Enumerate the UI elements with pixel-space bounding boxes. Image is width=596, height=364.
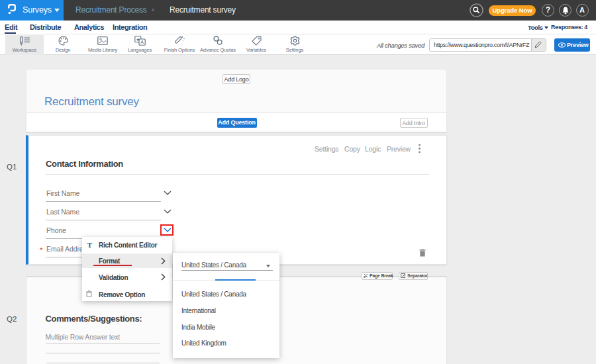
svg-text:T: T	[87, 242, 93, 249]
svg-text:A: A	[140, 40, 144, 44]
